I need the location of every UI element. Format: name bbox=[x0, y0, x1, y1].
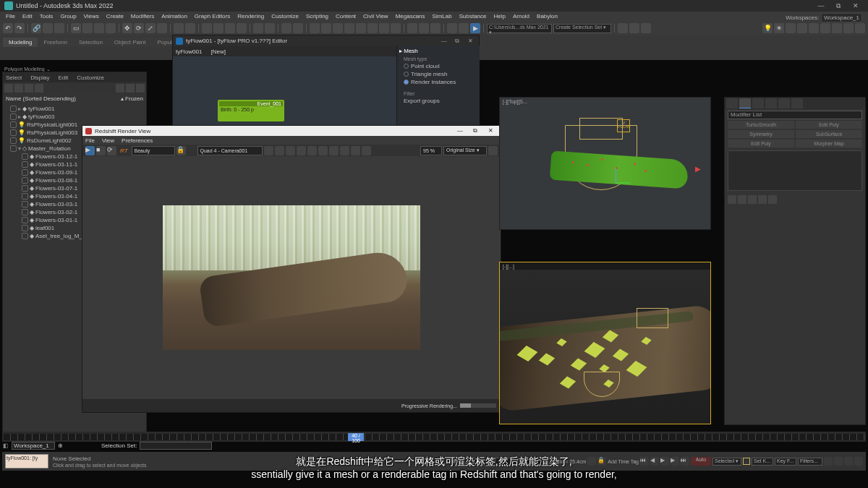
key-filters[interactable]: Key F... bbox=[775, 458, 796, 466]
stack-unique-icon[interactable] bbox=[748, 195, 757, 204]
scene-tb-7[interactable] bbox=[136, 84, 145, 93]
rs-ch2-button[interactable] bbox=[307, 146, 317, 155]
prev-frame-button[interactable]: ◀ bbox=[650, 457, 659, 466]
mod-btn-0[interactable]: TurboSmooth bbox=[728, 121, 794, 129]
rs-cam-icon[interactable] bbox=[786, 23, 796, 33]
menu-scripting[interactable]: Scripting bbox=[303, 12, 331, 20]
mod-btn-5[interactable]: Morpher Map bbox=[796, 140, 862, 147]
scene-tb-3[interactable] bbox=[25, 84, 33, 93]
rs-snapshot-button[interactable] bbox=[275, 146, 284, 155]
workspace-dropdown[interactable]: Workspace_1 bbox=[821, 13, 862, 22]
scene-menu-customize[interactable]: Customize bbox=[77, 74, 104, 81]
ribbon-tab-selection[interactable]: Selection bbox=[73, 38, 109, 47]
tyflow-node-event[interactable]: Event_001 Birth: 0 - 250 p bbox=[218, 100, 284, 121]
selection-set-field[interactable] bbox=[140, 442, 212, 450]
nav-zoom-icon[interactable] bbox=[834, 457, 843, 466]
scene-tb-6[interactable] bbox=[126, 84, 135, 93]
rs-save-button[interactable] bbox=[488, 146, 498, 155]
menu-megascans[interactable]: Megascans bbox=[393, 12, 428, 20]
rs-lock-button[interactable]: 🔒 bbox=[176, 146, 186, 155]
rs-proxy-icon[interactable] bbox=[797, 23, 807, 33]
workspace-add-icon[interactable]: ⊕ bbox=[58, 442, 63, 449]
next-frame-button[interactable]: ▶ bbox=[671, 457, 679, 466]
timeline-track[interactable]: 40 / 100 bbox=[4, 434, 864, 440]
layer-color-green[interactable] bbox=[344, 23, 354, 33]
scene-tb-4[interactable] bbox=[35, 84, 43, 93]
mod-btn-2[interactable]: Symmetry bbox=[728, 130, 794, 138]
selname-button[interactable] bbox=[82, 23, 93, 33]
mesh-export[interactable]: Export groups bbox=[399, 97, 477, 105]
timeline[interactable]: 40 / 100 bbox=[2, 432, 866, 442]
pctsnap-button[interactable] bbox=[225, 23, 235, 33]
rs-stop-button[interactable]: ■ bbox=[96, 146, 106, 155]
tb-extra-3[interactable] bbox=[641, 23, 651, 33]
menu-arnold[interactable]: Arnold bbox=[510, 12, 532, 20]
stack-show-icon[interactable] bbox=[738, 195, 746, 204]
close-button[interactable]: ✕ bbox=[848, 1, 864, 11]
rs-render-canvas[interactable] bbox=[82, 156, 501, 399]
stack-pin-icon[interactable] bbox=[728, 195, 736, 204]
menu-views[interactable]: Views bbox=[81, 12, 102, 20]
rs-render-button[interactable]: ▶ bbox=[85, 146, 95, 155]
selfilter-button[interactable] bbox=[106, 23, 116, 33]
stack-remove-icon[interactable] bbox=[758, 195, 767, 204]
key-selected[interactable]: Selected ▾ bbox=[712, 458, 741, 466]
tb-extra-1[interactable] bbox=[618, 23, 628, 33]
timeline-marker[interactable]: 40 / 100 bbox=[348, 433, 364, 441]
rs-ch4-button[interactable] bbox=[329, 146, 339, 155]
tb-extra-2[interactable] bbox=[629, 23, 639, 33]
render-frame-button[interactable] bbox=[459, 23, 469, 33]
cmd-tab-motion[interactable] bbox=[765, 98, 777, 108]
rs-size-dropdown[interactable]: Original Size ▾ bbox=[443, 146, 487, 155]
rs-max-button[interactable]: ⧉ bbox=[468, 127, 482, 134]
rs-close-button[interactable]: ✕ bbox=[483, 127, 498, 134]
stack-config-icon[interactable] bbox=[768, 195, 777, 204]
vp-pers-label[interactable]: [-][...] bbox=[503, 264, 514, 269]
scene-name-col[interactable]: Name (Sorted Descending) bbox=[6, 95, 76, 102]
mesh-trimesh[interactable]: Triangle mesh bbox=[399, 70, 477, 78]
rs-menu-file[interactable]: File bbox=[85, 137, 95, 144]
rs-region-button[interactable] bbox=[264, 146, 273, 155]
scene-tb-5[interactable] bbox=[116, 84, 124, 93]
project-path[interactable]: C:\Users\ds...ds Max 2021 ▾ bbox=[487, 24, 552, 33]
vp-top-label[interactable]: [-][Top][S... bbox=[503, 99, 527, 104]
spinsnap-button[interactable] bbox=[237, 23, 247, 33]
scene-menu-display[interactable]: Display bbox=[30, 74, 49, 81]
scene-tb-2[interactable] bbox=[14, 84, 23, 93]
layer-color-blue[interactable] bbox=[367, 23, 378, 33]
menu-create[interactable]: Create bbox=[103, 12, 127, 20]
play-button[interactable]: ▶ bbox=[660, 457, 669, 466]
menu-modifiers[interactable]: Modifiers bbox=[128, 12, 157, 20]
lock-icon[interactable]: 🔒 bbox=[597, 457, 606, 466]
mirror-button[interactable] bbox=[265, 23, 275, 33]
mod-btn-3[interactable]: SubSurface bbox=[796, 130, 862, 138]
modifier-list-dropdown[interactable]: Modifier List bbox=[728, 111, 862, 119]
schematic-button[interactable] bbox=[419, 23, 429, 33]
rs-ch5-button[interactable] bbox=[340, 146, 349, 155]
coord-y[interactable] bbox=[495, 458, 518, 466]
layer-button[interactable] bbox=[293, 23, 303, 33]
scene-menu-edit[interactable]: Edit bbox=[58, 74, 68, 81]
tyflow-close-button[interactable]: ✕ bbox=[464, 38, 476, 45]
rs-min-button[interactable]: — bbox=[453, 127, 467, 134]
menu-help[interactable]: Help bbox=[490, 12, 508, 20]
mod-btn-4[interactable]: Edit Poly bbox=[728, 140, 794, 147]
layer-color-purple[interactable] bbox=[379, 23, 389, 33]
snap-button[interactable] bbox=[202, 23, 212, 33]
curve-editor-button[interactable] bbox=[407, 23, 417, 33]
rs-camera-dropdown[interactable]: Quad 4 - Camera001 bbox=[197, 146, 263, 155]
ribbon-tab-freeform[interactable]: Freeform bbox=[38, 38, 72, 47]
rs-ipr-button[interactable]: ⟳ bbox=[107, 146, 116, 155]
menu-customize[interactable]: Customize bbox=[268, 12, 302, 20]
rs-aov-button[interactable] bbox=[286, 146, 295, 155]
scale-button[interactable]: ⤢ bbox=[145, 23, 156, 33]
viewport-top[interactable]: [-][Top][S... tyFLOW ▶ bbox=[499, 97, 711, 230]
menu-rendering[interactable]: Rendering bbox=[234, 12, 267, 20]
filters-button[interactable]: Filters... bbox=[798, 458, 822, 466]
select-button[interactable]: ▭ bbox=[71, 23, 81, 33]
rs-more-icon[interactable] bbox=[855, 23, 865, 33]
unlink-button[interactable] bbox=[43, 23, 53, 33]
menu-substance[interactable]: Substance bbox=[456, 12, 490, 20]
link-button[interactable]: 🔗 bbox=[31, 23, 41, 33]
minimize-button[interactable]: — bbox=[813, 1, 829, 11]
